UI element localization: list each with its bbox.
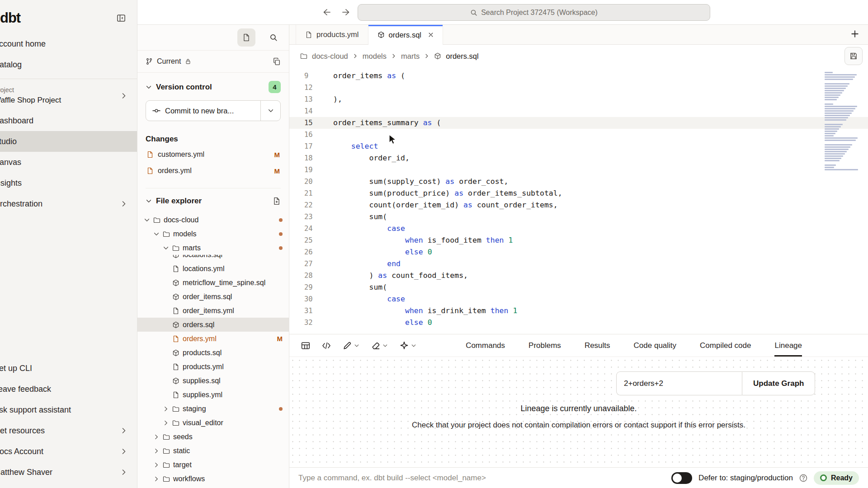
copy-icon[interactable] (273, 57, 281, 66)
update-graph-button[interactable]: Update Graph (742, 371, 815, 395)
sidebar-item-insights[interactable]: Insights (0, 173, 137, 193)
sidebar-item-account-home[interactable]: Account home (0, 33, 137, 54)
commit-button[interactable]: Commit to new bra... (146, 100, 281, 121)
changed-file-customers-yml[interactable]: customers.ymlM (146, 146, 281, 163)
tree-item-locations-sql[interactable]: locations.sql (137, 255, 289, 262)
code-line[interactable]: 13), (289, 94, 868, 105)
code-line[interactable]: 21 sum(product_price) as order_items_sub… (289, 188, 868, 199)
commit-options-dropdown[interactable] (260, 101, 280, 121)
lineage-select-input[interactable]: 2+orders+2 (616, 371, 742, 395)
code-line[interactable]: 31 when is_drink_item then 1 (289, 305, 868, 317)
panel-tab-compiled-code[interactable]: Compiled code (700, 334, 751, 357)
close-icon[interactable] (428, 32, 434, 38)
tree-item-models[interactable]: models (137, 227, 289, 241)
back-icon[interactable] (323, 8, 331, 16)
minimap[interactable] (825, 72, 863, 170)
tree-item-static[interactable]: static (137, 444, 289, 458)
tree-item-seeds[interactable]: seeds (137, 430, 289, 444)
file-explorer-view-button[interactable] (237, 28, 255, 47)
tab-products-yml[interactable]: products.yml (296, 25, 368, 44)
code-line[interactable]: 23 sum( (289, 211, 868, 223)
save-button[interactable] (844, 47, 863, 65)
code-line[interactable]: 22 count(order_item_id) as count_order_i… (289, 199, 868, 211)
table-icon (301, 341, 310, 350)
code-line[interactable]: 12 (289, 82, 868, 94)
sidebar-item-docs-account[interactable]: Docs Account (0, 441, 137, 462)
tree-item-orders-sql[interactable]: orders.sql (137, 318, 289, 332)
tree-item-locations-yml[interactable]: locations.yml (137, 262, 289, 276)
sidebar-item-studio[interactable]: Studio (0, 131, 137, 152)
tool-format-button[interactable] (343, 341, 359, 350)
chevron-down-icon[interactable] (146, 198, 152, 204)
code-line[interactable]: 28 ) as count_food_items, (289, 270, 868, 282)
breadcrumb-item-docs-cloud[interactable]: docs-cloud (312, 52, 348, 61)
tool-fix-button[interactable] (400, 341, 416, 350)
command-input[interactable]: Type a command, ex. dbt build --select <… (298, 474, 486, 483)
tool-compile-button[interactable] (322, 341, 331, 350)
branch-selector[interactable]: Current (137, 50, 289, 73)
sidebar-item-leave-feedback[interactable]: Leave feedback (0, 379, 137, 399)
new-file-icon[interactable] (273, 197, 281, 205)
forward-icon[interactable] (342, 8, 350, 16)
tree-item-workflows[interactable]: workflows (137, 472, 289, 486)
sidebar-item-catalog[interactable]: Catalog (0, 54, 137, 75)
code-line[interactable]: 32 else 0 (289, 317, 868, 328)
tree-item-order-items-sql[interactable]: order_items.sql (137, 290, 289, 304)
sidebar-item-get-resources[interactable]: Get resources (0, 420, 137, 441)
code-line[interactable]: 26 else 0 (289, 246, 868, 258)
code-line[interactable]: 9order_items as ( (289, 70, 868, 82)
code-line[interactable]: 14 (289, 105, 868, 117)
tree-item-docs-cloud[interactable]: docs-cloud (137, 213, 289, 227)
panel-tab-problems[interactable]: Problems (528, 334, 561, 357)
tree-item-orders-yml[interactable]: orders.ymlM (137, 332, 289, 346)
code-line[interactable]: 15order_items_summary as ( (289, 117, 868, 129)
file-search-button[interactable] (264, 28, 283, 47)
sidebar-item-orchestration[interactable]: Orchestration (0, 193, 137, 214)
tree-item-visual-editor[interactable]: visual_editor (137, 416, 289, 430)
code-line[interactable]: 16 (289, 129, 868, 141)
new-tab-button[interactable] (851, 30, 859, 38)
tab-orders-sql[interactable]: orders.sql (368, 25, 443, 45)
breadcrumb-item-orders-sql[interactable]: orders.sql (446, 52, 478, 61)
sidebar-item-dashboard[interactable]: Dashboard (0, 110, 137, 131)
code-line[interactable]: 29 sum( (289, 282, 868, 293)
sidebar-item-canvas[interactable]: Canvas (0, 152, 137, 173)
tree-item-staging[interactable]: staging (137, 402, 289, 416)
panel-tab-results[interactable]: Results (585, 334, 610, 357)
tree-item-products-yml[interactable]: products.yml (137, 360, 289, 374)
code-editor[interactable]: 9order_items as (1213),1415order_items_s… (289, 67, 868, 334)
defer-toggle[interactable] (671, 472, 692, 484)
code-line[interactable]: 27 end (289, 258, 868, 270)
code-line[interactable]: 20 sum(supply_cost) as order_cost, (289, 176, 868, 188)
code-line[interactable]: 24 case (289, 223, 868, 235)
changed-file-orders-yml[interactable]: orders.ymlM (146, 163, 281, 179)
panel-tab-code-quality[interactable]: Code quality (634, 334, 677, 357)
tree-item-metricflow-time-spine-sql[interactable]: metricflow_time_spine.sql (137, 276, 289, 290)
sidebar-item-set-up-cli[interactable]: Set up CLI (0, 358, 137, 379)
code-line[interactable]: 18 order_id, (289, 152, 868, 164)
tree-item-products-sql[interactable]: products.sql (137, 346, 289, 360)
tool-preview-button[interactable] (301, 341, 310, 350)
code-line[interactable]: 25 when is_food_item then 1 (289, 235, 868, 246)
tree-item-supplies-yml[interactable]: supplies.yml (137, 388, 289, 402)
panel-tab-lineage[interactable]: Lineage (774, 334, 802, 357)
breadcrumb-item-marts[interactable]: marts (401, 52, 420, 61)
tool-lint-button[interactable] (371, 341, 388, 350)
tree-item-target[interactable]: target (137, 458, 289, 472)
tree-item-supplies-sql[interactable]: supplies.sql (137, 374, 289, 388)
project-search-input[interactable]: Search Project 372475 (Workspace) (358, 4, 710, 21)
tree-item-marts[interactable]: marts (137, 241, 289, 255)
help-icon[interactable] (799, 474, 807, 482)
breadcrumb-item-models[interactable]: models (363, 52, 387, 61)
sidebar-item-matthew-shaver[interactable]: Matthew Shaver (0, 462, 137, 483)
panel-tab-commands[interactable]: Commands (466, 334, 505, 357)
sidebar-item-ask-support-assistant[interactable]: Ask support assistant (0, 399, 137, 420)
code-line[interactable]: 17 select (289, 141, 868, 152)
chevron-down-icon[interactable] (146, 84, 152, 90)
status-badge[interactable]: Ready (814, 471, 859, 485)
code-line[interactable]: 30 case (289, 293, 868, 305)
collapse-sidebar-icon[interactable] (117, 14, 126, 23)
code-line[interactable]: 19 (289, 164, 868, 176)
sidebar-project-switcher[interactable]: Project Waffle Shop Project (0, 83, 137, 110)
tree-item-order-items-yml[interactable]: order_items.yml (137, 304, 289, 318)
